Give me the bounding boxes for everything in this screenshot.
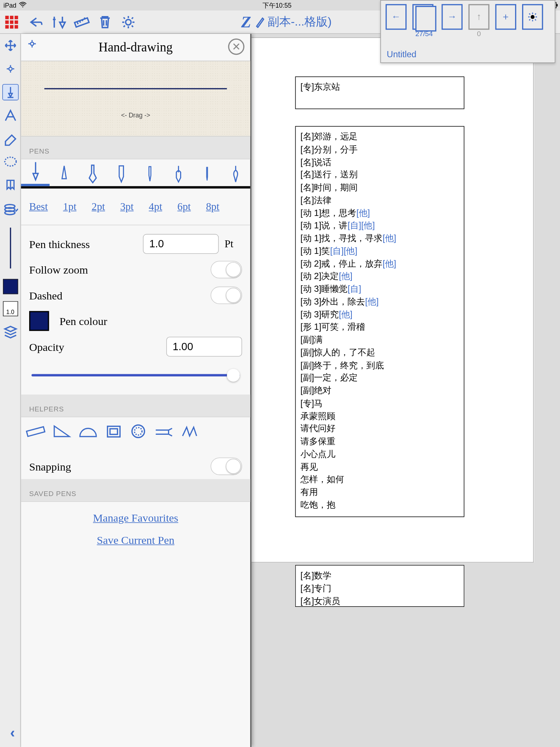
device-label: iPad xyxy=(4,2,16,9)
settings-icon[interactable] xyxy=(119,12,137,31)
hand-drawing-panel: Hand-drawing ✕ <- Drag -> PENS Best1pt2p… xyxy=(21,34,252,747)
secondary-color-swatch[interactable]: 1.0 xyxy=(3,301,18,317)
svg-point-5 xyxy=(530,15,534,19)
helper-circle-icon[interactable] xyxy=(129,423,147,442)
trash-icon[interactable] xyxy=(96,12,114,31)
app-menu-icon[interactable] xyxy=(2,12,21,31)
opacity-slider[interactable] xyxy=(31,367,240,384)
clock: 下午10:55 xyxy=(262,1,291,9)
pt-option-2pt[interactable]: 2pt xyxy=(92,201,105,212)
vocab-line: [副]惊人的，了不起 xyxy=(300,346,459,359)
panel-settings-icon[interactable] xyxy=(26,37,38,53)
pen-colour-label: Pen colour xyxy=(59,316,107,326)
follow-zoom-toggle[interactable] xyxy=(211,261,242,278)
close-panel-button[interactable]: ✕ xyxy=(228,39,245,55)
vocab-line: [动 3]研究[他] xyxy=(300,308,459,321)
save-current-pen-link[interactable]: Save Current Pen xyxy=(97,534,175,546)
pen-type-2[interactable] xyxy=(50,159,78,186)
app-logo: Z xyxy=(241,12,251,31)
pt-option-8pt[interactable]: 8pt xyxy=(206,201,219,212)
svg-point-10 xyxy=(4,211,15,214)
pen-pt-row: Best1pt2pt3pt4pt6pt8pt xyxy=(21,189,250,225)
opacity-label: Opacity xyxy=(29,341,64,352)
pt-option-4pt[interactable]: 4pt xyxy=(149,201,162,212)
pen-type-strip xyxy=(21,159,250,189)
vocab-line: 有用 xyxy=(300,485,459,498)
tools-icon[interactable] xyxy=(49,12,67,31)
move-tool-icon[interactable] xyxy=(2,37,19,54)
stroke-preview-area[interactable]: <- Drag -> xyxy=(21,61,250,136)
helper-zigzag-icon[interactable] xyxy=(181,423,198,442)
section-pens-label: PENS xyxy=(21,136,250,159)
layers-tool-icon[interactable] xyxy=(2,201,19,217)
helper-ruler-icon[interactable] xyxy=(26,423,45,442)
eraser-tool-icon[interactable] xyxy=(2,131,19,147)
pen-colour-swatch[interactable] xyxy=(29,311,49,331)
lasso-tool-icon[interactable] xyxy=(2,154,19,170)
vocab-line: [副]一定，必定 xyxy=(300,371,459,384)
snapping-toggle[interactable] xyxy=(211,457,242,475)
page-prev-icon[interactable]: ← xyxy=(386,4,407,30)
vocab-line: [副]终于，终究，到底 xyxy=(300,359,459,371)
pt-option-6pt[interactable]: 6pt xyxy=(178,201,191,212)
pen-type-7[interactable] xyxy=(193,159,222,186)
page-add-icon[interactable]: ＋ xyxy=(495,4,516,30)
pencil-icon xyxy=(254,16,264,28)
vocab-line: 怎样，如何 xyxy=(300,473,459,485)
svg-point-7 xyxy=(4,157,16,166)
pen-type-1[interactable] xyxy=(21,159,50,186)
svg-point-2 xyxy=(126,19,131,25)
pen-type-3[interactable] xyxy=(78,159,107,186)
document-title[interactable]: 副本-...格版) xyxy=(268,14,332,30)
vocab-line: 请代问好 xyxy=(300,422,459,435)
vocab-line: [动 1]找，寻找，寻求[他] xyxy=(300,232,459,244)
undo-icon[interactable] xyxy=(26,12,44,31)
manage-favourites-link[interactable]: Manage Favourites xyxy=(93,512,178,524)
pt-option-Best[interactable]: Best xyxy=(29,201,48,212)
opacity-input[interactable] xyxy=(166,337,242,356)
vocab-line: 请多保重 xyxy=(300,435,459,448)
pt-option-3pt[interactable]: 3pt xyxy=(120,201,134,212)
svg-rect-14 xyxy=(110,429,118,434)
pt-option-1pt[interactable]: 1pt xyxy=(63,201,77,212)
dashed-toggle[interactable] xyxy=(211,287,242,304)
vocab-line: [副]绝对 xyxy=(300,384,459,397)
vocab-line: [名]时间，期间 xyxy=(300,181,459,194)
pen-type-6[interactable] xyxy=(164,159,193,186)
primary-color-swatch[interactable] xyxy=(3,279,18,294)
vocab-line: [动 1]说，讲[自][他] xyxy=(300,219,459,232)
vocab-line: [动 3]外出，除去[他] xyxy=(300,295,459,308)
vocab-line: [动 2]决定[他] xyxy=(300,270,459,283)
doc-cell-top: [专]东京站 xyxy=(295,77,464,109)
vocab-line: 小心点儿 xyxy=(300,448,459,460)
text-tool-icon[interactable] xyxy=(2,107,19,124)
pen-type-8[interactable] xyxy=(222,159,250,186)
helper-square-icon[interactable] xyxy=(105,423,122,442)
thickness-label: Pen thickness xyxy=(29,239,90,249)
pen-type-5[interactable] xyxy=(136,159,164,186)
helper-protractor-icon[interactable] xyxy=(78,423,98,442)
pen-type-4[interactable] xyxy=(107,159,136,186)
gear-small-icon[interactable] xyxy=(2,61,19,77)
thickness-input[interactable] xyxy=(143,234,219,254)
vocab-line: [名]分别，分手 xyxy=(300,143,459,156)
vocab-line: [专]马 xyxy=(300,397,459,410)
page-next-icon[interactable]: → xyxy=(442,4,463,30)
pen-tool-icon[interactable] xyxy=(2,84,19,100)
helper-tape-icon[interactable] xyxy=(154,423,174,442)
wifi-icon xyxy=(19,1,27,9)
vocab-line: 承蒙照顾 xyxy=(300,409,459,422)
bookmark-tool-icon[interactable] xyxy=(2,177,19,194)
page-settings-icon[interactable] xyxy=(522,4,543,30)
vocab-line: [动 3]睡懒觉[自] xyxy=(300,282,459,295)
vocab-line: [动 1]想，思考[他] xyxy=(300,206,459,219)
svg-rect-12 xyxy=(27,427,45,436)
dashed-label: Dashed xyxy=(29,290,62,301)
svg-point-0 xyxy=(22,6,23,7)
helper-triangle-icon[interactable] xyxy=(52,423,71,442)
ruler-icon[interactable] xyxy=(72,12,91,31)
stack-tool-icon[interactable] xyxy=(2,323,19,340)
vocab-line: [名]郊游，远足 xyxy=(300,130,459,143)
drag-hint: <- Drag -> xyxy=(21,112,250,119)
page-export-icon[interactable]: ↑ xyxy=(468,4,490,30)
